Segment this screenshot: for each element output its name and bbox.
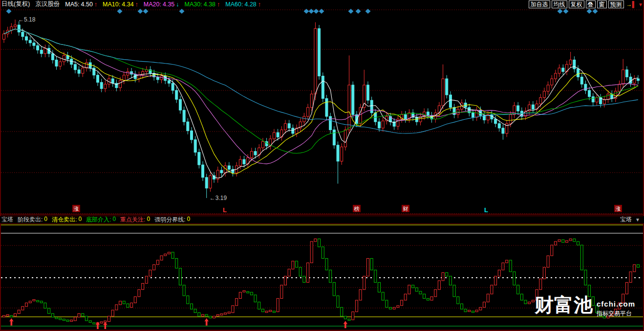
window-button[interactable]: 窗 [597, 0, 607, 8]
add-watchlist-button[interactable]: 加自选 [529, 0, 550, 8]
period-label[interactable]: 日线(复权) [1, 0, 30, 8]
svg-text:←5.18: ←5.18 [18, 16, 36, 23]
header-dropdown-icon[interactable]: ▼ [638, 2, 643, 7]
chart-canvas: ←5.18←3.19涨L榜财L涨 [0, 0, 644, 331]
svg-text:涨: 涨 [74, 206, 79, 212]
ma10-trend-arrow-icon: ↑ [135, 1, 138, 8]
svg-text:L: L [484, 206, 488, 214]
svg-text:财: 财 [403, 206, 408, 212]
ma60-trend-arrow-icon: ↑ [258, 1, 261, 8]
indicator-field-stage-sell: 阶段卖出:0 [18, 216, 47, 224]
ma5-trend-arrow-icon: ↑ [94, 1, 97, 8]
candles-layer [3, 20, 640, 198]
jump-to-latest-icon[interactable]: →▌ [626, 1, 637, 8]
watermark-brand: 财富池 [535, 294, 593, 316]
indicator-toolbar: 宝塔 阶段卖出:0 清仓卖出:0 底部介入:0 重点关注:0 强弱分界线:0 宝… [0, 216, 644, 224]
event-markers: 涨L榜财L涨 [72, 205, 622, 214]
indicator-field-key-watch: 重点关注:0 [120, 216, 150, 224]
indicator-selector[interactable]: 宝塔 ▼ [620, 216, 644, 224]
frame-borders [0, 0, 644, 331]
indicator-field-bottom-entry: 底部介入:0 [86, 216, 116, 224]
ma10-line [4, 29, 638, 174]
indicator-dropdown-icon[interactable]: ▼ [635, 217, 640, 222]
indicator-field-strength-line: 强弱分界线:0 [154, 216, 190, 224]
forecast-button[interactable]: 预测 [608, 0, 624, 8]
header-toolbar: 加自选 均线 复权 叠 窗 预测 →▌ ▼ [529, 0, 643, 8]
ma-lines [4, 29, 638, 178]
indicator-field-clear-sell: 清仓卖出:0 [52, 216, 82, 224]
svg-text:涨: 涨 [616, 206, 621, 212]
chart-header: 日线(复权) 京汉股份 MA5:4.50↑ MA10:4.34↑ MA20:4.… [1, 0, 529, 8]
ma30-readout: MA30:4.38↑ [185, 1, 220, 8]
ma20-trend-arrow-icon: ↓ [176, 1, 179, 8]
watermark: 财富池 cfchi.com 指标交易平台 [535, 294, 635, 318]
svg-text:L: L [223, 206, 227, 214]
indicator-name[interactable]: 宝塔 [1, 216, 13, 224]
ma10-readout: MA10:4.34↑ [103, 1, 138, 8]
stock-name: 京汉股份 [35, 0, 60, 8]
ma5-readout: MA5:4.50↑ [65, 1, 97, 8]
svg-text:←3.19: ←3.19 [210, 195, 227, 201]
adjust-price-button[interactable]: 复权 [569, 0, 584, 8]
watermark-tagline: 指标交易平台 [597, 309, 635, 318]
trading-app-window: ←5.18←3.19涨L榜财L涨 日线(复权) 京汉股份 MA5:4.50↑ M… [0, 0, 644, 331]
ma-settings-button[interactable]: 均线 [552, 0, 567, 8]
watermark-domain: cfchi.com [597, 300, 635, 308]
svg-text:榜: 榜 [354, 206, 360, 212]
main-gridlines [1, 10, 643, 214]
ma30-trend-arrow-icon: ↑ [217, 1, 220, 8]
ma60-readout: MA60:4.28↑ [225, 1, 261, 8]
overlay-button[interactable]: 叠 [586, 0, 596, 8]
ma20-readout: MA20:4.35↓ [144, 1, 179, 8]
ma5-line [4, 29, 638, 178]
